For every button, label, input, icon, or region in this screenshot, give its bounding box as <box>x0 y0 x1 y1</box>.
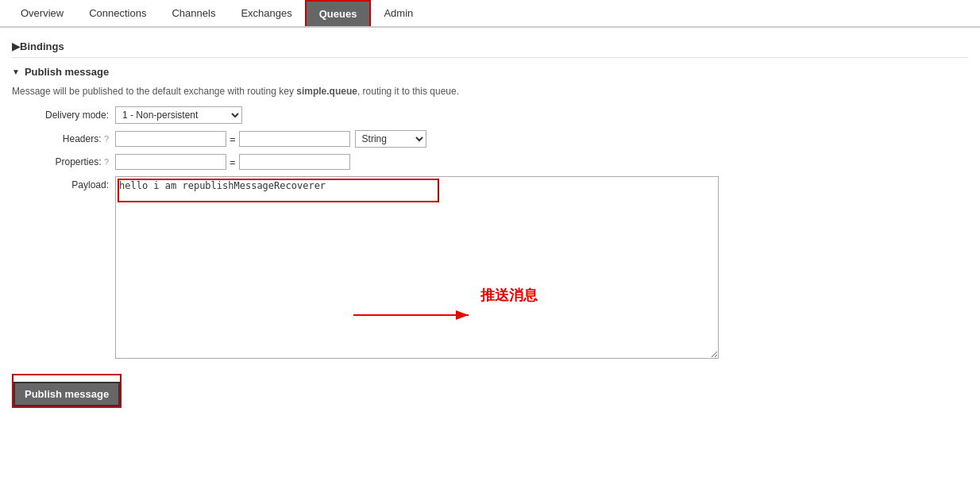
publish-message-button[interactable]: Publish message <box>14 382 120 406</box>
routing-key-text: simple.queue <box>296 86 357 97</box>
payload-row: Payload: hello i am republishMessageReco… <box>12 176 968 361</box>
properties-eq-sign: = <box>230 156 236 168</box>
payload-textarea[interactable]: hello i am republishMessageRecoverer <box>115 176 719 359</box>
publish-info-text: Message will be published to the default… <box>12 84 968 98</box>
delivery-mode-label: Delivery mode: <box>12 110 115 121</box>
main-content: ▶ Bindings ▼ Publish message Message wil… <box>0 28 980 416</box>
payload-label: Payload: <box>12 176 115 190</box>
payload-annotation-area: hello i am republishMessageRecoverer 推送消… <box>115 176 719 361</box>
nav-item-exchanges[interactable]: Exchanges <box>228 1 304 25</box>
properties-label: Properties: ? <box>12 156 115 167</box>
publish-section-label: Publish message <box>25 66 109 78</box>
delivery-mode-select[interactable]: 1 - Non-persistent 2 - Persistent <box>115 106 242 124</box>
properties-help-icon[interactable]: ? <box>104 157 109 167</box>
bindings-arrow-icon: ▶ <box>12 40 20 52</box>
nav-item-channels[interactable]: Channels <box>159 1 228 25</box>
nav-item-admin[interactable]: Admin <box>371 1 426 25</box>
headers-type-select[interactable]: String Number Boolean <box>355 130 426 148</box>
delivery-mode-row: Delivery mode: 1 - Non-persistent 2 - Pe… <box>12 106 968 124</box>
publish-button-wrapper: Publish message <box>12 374 122 408</box>
headers-eq-sign: = <box>230 133 236 145</box>
publish-message-section: ▼ Publish message Message will be publis… <box>12 66 968 408</box>
nav-bar: Overview Connections Channels Exchanges … <box>0 0 980 28</box>
nav-item-overview[interactable]: Overview <box>8 1 76 25</box>
bindings-section-header[interactable]: ▶ Bindings <box>12 36 968 58</box>
bindings-label: Bindings <box>20 40 64 52</box>
nav-item-connections[interactable]: Connections <box>76 1 159 25</box>
headers-val-input[interactable] <box>239 131 350 147</box>
properties-row: Properties: ? = <box>12 154 968 170</box>
headers-row: Headers: ? = String Number Boolean <box>12 130 968 148</box>
publish-message-header[interactable]: ▼ Publish message <box>12 66 968 78</box>
properties-key-input[interactable] <box>115 154 226 170</box>
headers-help-icon[interactable]: ? <box>104 134 109 144</box>
properties-val-input[interactable] <box>239 154 350 170</box>
publish-arrow-icon: ▼ <box>12 67 20 76</box>
headers-label: Headers: ? <box>12 133 115 144</box>
nav-item-queues[interactable]: Queues <box>305 0 372 26</box>
headers-key-input[interactable] <box>115 131 226 147</box>
